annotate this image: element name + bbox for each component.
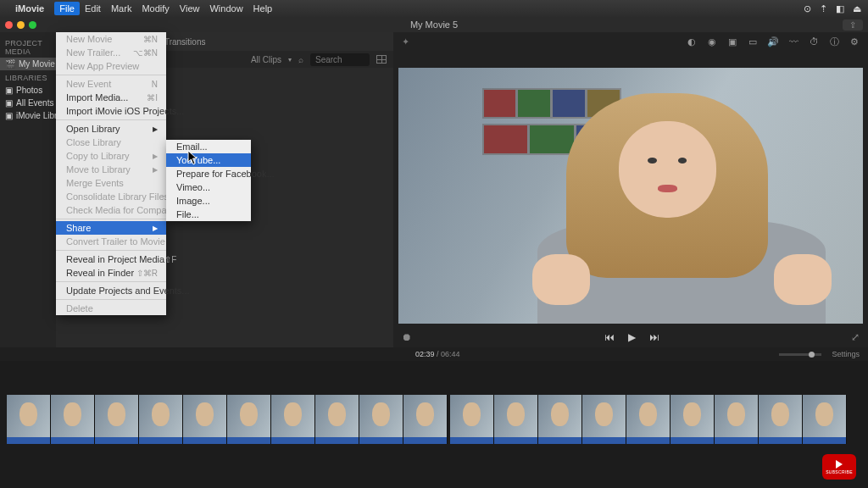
speed-icon[interactable]: ⏱ [809, 36, 819, 47]
status-icon[interactable]: ⇡ [820, 3, 827, 14]
timeline-clip[interactable] [759, 395, 803, 444]
grid-view-icon[interactable] [376, 55, 387, 64]
submenu-item[interactable]: File... [166, 208, 251, 221]
mac-menu-bar: iMovie FileEditMarkModifyViewWindowHelp … [0, 0, 868, 17]
menu-window[interactable]: Window [209, 3, 242, 14]
fullscreen-icon[interactable]: ⤢ [851, 331, 860, 343]
clips-filter[interactable]: All Clips [251, 55, 281, 64]
submenu-item[interactable]: YouTube... [166, 153, 251, 167]
search-input[interactable] [310, 53, 370, 66]
status-icon[interactable]: ◧ [836, 3, 844, 14]
timeline-clip[interactable] [51, 395, 95, 444]
zoom-slider[interactable] [779, 353, 821, 356]
menu-item[interactable]: Reveal in Finder⇧⌘R [56, 266, 166, 280]
share-submenu[interactable]: Email...YouTube...Prepare for Facebook..… [166, 140, 251, 221]
status-icon[interactable]: ⏏ [853, 3, 861, 14]
menu-view[interactable]: View [180, 3, 200, 14]
app-name[interactable]: iMovie [15, 3, 44, 14]
document-title: My Movie 5 [410, 19, 458, 30]
timeline-clip[interactable] [403, 395, 448, 444]
color-balance-icon[interactable]: ◐ [687, 36, 697, 47]
timeline-clip[interactable] [139, 395, 183, 444]
sidebar-item[interactable]: ▣Photos [0, 84, 56, 97]
maximize-window-icon[interactable] [29, 21, 36, 29]
volume-icon[interactable]: 🔊 [768, 36, 778, 47]
transport-controls: ⏺ ⏮ ▶ ⏭ ⤢ [393, 327, 868, 347]
timeline-clip[interactable] [183, 395, 227, 444]
menu-item: Check Media for Compatibility... [56, 203, 166, 217]
play-button[interactable]: ▶ [628, 331, 636, 343]
settings-icon[interactable]: ⚙ [849, 36, 860, 47]
menu-item[interactable]: Import Media...⌘I [56, 91, 166, 104]
timeline-clip[interactable] [626, 395, 670, 444]
timeline-clip[interactable] [670, 395, 715, 444]
sidebar-item[interactable]: ▣All Events [0, 97, 56, 109]
menu-modify[interactable]: Modify [142, 3, 169, 14]
project-sidebar: PROJECT MEDIA 🎬 My Movie 5 LIBRARIES ▣Ph… [0, 32, 56, 347]
timeline-clip[interactable] [494, 395, 538, 444]
crop-icon[interactable]: ▣ [727, 36, 737, 47]
chevron-right-icon: ▶ [153, 152, 158, 160]
previous-button[interactable]: ⏮ [604, 331, 615, 343]
menu-item: Close Library [56, 136, 166, 149]
minimize-window-icon[interactable] [17, 21, 25, 29]
noise-icon[interactable]: 〰 [788, 36, 798, 47]
timeline-clip[interactable] [715, 395, 759, 444]
timeline-clip[interactable] [582, 395, 626, 444]
menu-item[interactable]: Open Library▶ [56, 122, 166, 136]
timeline-clip[interactable] [538, 395, 582, 444]
color-correct-icon[interactable]: ◉ [707, 36, 717, 47]
menu-item[interactable]: Share▶ [56, 221, 166, 235]
menu-item: New App Preview [56, 59, 166, 73]
menu-item: New EventN [56, 77, 166, 91]
menubar-status-icons: ⊙ ⇡ ◧ ⏏ [804, 3, 861, 14]
star-icon: ▣ [5, 111, 13, 120]
menu-item[interactable]: Import iMovie iOS Projects... [56, 104, 166, 118]
settings-button[interactable]: Settings [832, 350, 860, 358]
search-icon: ⌕ [298, 55, 303, 64]
youtube-subscribe-badge[interactable]: SUBSCRIBE [822, 454, 856, 480]
wand-icon[interactable]: ✦ [402, 36, 409, 47]
submenu-item[interactable]: Prepare for Facebook... [166, 167, 251, 180]
clapper-icon: 🎬 [5, 59, 15, 69]
file-menu-dropdown[interactable]: New Movie⌘NNew Trailer...⌥⌘NNew App Prev… [56, 32, 166, 315]
timeline-clip[interactable] [7, 395, 51, 444]
info-icon[interactable]: ⓘ [829, 36, 839, 47]
menu-item[interactable]: Reveal in Project Media⇧F [56, 252, 166, 266]
traffic-lights[interactable] [5, 21, 36, 29]
timeline-clip[interactable] [271, 395, 315, 444]
menu-mark[interactable]: Mark [111, 3, 131, 14]
close-window-icon[interactable] [5, 21, 13, 29]
timeline-clip[interactable] [95, 395, 139, 444]
timeline-clip[interactable] [227, 395, 271, 444]
timeline-clip[interactable] [450, 395, 494, 444]
submenu-item[interactable]: Email... [166, 140, 251, 153]
menu-edit[interactable]: Edit [85, 3, 101, 14]
next-button[interactable]: ⏭ [649, 331, 659, 343]
sidebar-section-header: LIBRARIES [0, 70, 56, 84]
menu-help[interactable]: Help [253, 3, 273, 14]
chevron-down-icon[interactable]: ▾ [288, 56, 292, 64]
menu-file[interactable]: File [54, 2, 80, 15]
menu-item[interactable]: Update Projects and Events... [56, 284, 166, 297]
sidebar-project-item[interactable]: 🎬 My Movie 5 [0, 58, 56, 70]
timeline[interactable]: SUBSCRIBE [0, 361, 868, 488]
clip-track[interactable] [7, 395, 448, 444]
timeline-clip[interactable] [359, 395, 403, 444]
menu-item: New Movie⌘N [56, 32, 166, 46]
share-button[interactable]: ⇪ [843, 19, 863, 30]
microphone-icon[interactable]: ⏺ [402, 331, 412, 343]
submenu-item[interactable]: Vimeo... [166, 180, 251, 194]
timeline-clip[interactable] [315, 395, 359, 444]
sidebar-item[interactable]: ▣iMovie Library [0, 109, 56, 122]
video-preview[interactable] [398, 68, 863, 324]
stabilize-icon[interactable]: ▭ [748, 36, 758, 47]
tab-transitions[interactable]: Transitions [164, 37, 206, 47]
preview-panel: ✦ ◐◉▣▭🔊〰⏱ⓘ⚙ ⏺ ⏮ ▶ ⏭ ⤢ [393, 32, 868, 347]
chevron-right-icon: ▶ [153, 225, 158, 232]
timeline-clip[interactable] [803, 395, 847, 444]
clip-track[interactable] [450, 395, 847, 444]
menu-item: New Trailer...⌥⌘N [56, 46, 166, 59]
submenu-item[interactable]: Image... [166, 194, 251, 208]
status-icon[interactable]: ⊙ [804, 3, 811, 14]
